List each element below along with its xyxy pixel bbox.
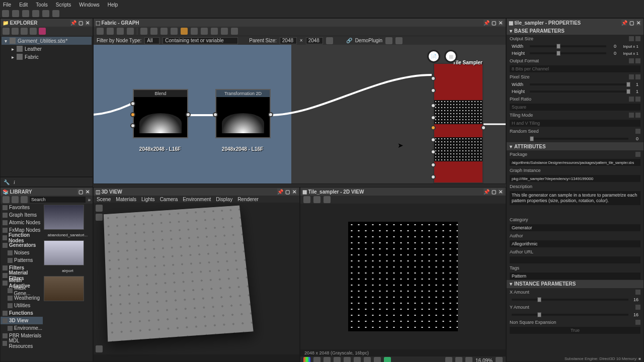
grid-icon[interactable]: ▦ [444, 50, 457, 63]
tree-root[interactable]: ▾ Garment_Utilities.sbs* [2, 37, 92, 45]
copy-icon[interactable] [313, 196, 320, 203]
redo-icon[interactable] [52, 10, 59, 17]
menu-windows[interactable]: Windows [79, 2, 100, 8]
lib-tree-item[interactable]: MDL Resources [1, 339, 43, 347]
tree-item-leather[interactable]: ▸ Leather [2, 45, 92, 53]
undo-icon[interactable] [42, 10, 49, 17]
snapshot-icon[interactable] [117, 28, 124, 35]
save-icon[interactable] [303, 196, 310, 203]
link-icon[interactable] [3, 28, 10, 35]
lib-tree-item[interactable]: Utilities [1, 302, 43, 309]
view-icon[interactable] [12, 196, 19, 203]
filter-type-combo[interactable]: All [144, 37, 159, 44]
tree-item-fabric[interactable]: ▸ Fabric [2, 53, 92, 61]
open-icon[interactable] [22, 10, 29, 17]
lib-tree-item[interactable]: Noises [1, 249, 43, 256]
input-port[interactable] [431, 162, 436, 167]
close-icon[interactable]: ✕ [635, 20, 641, 26]
author-url-value[interactable] [510, 256, 640, 263]
output-port[interactable] [186, 112, 191, 117]
move-icon[interactable] [107, 28, 114, 35]
palette-icon[interactable] [127, 28, 134, 35]
height-mode[interactable]: Input x 1 [619, 51, 638, 56]
seed-slider[interactable] [530, 138, 628, 140]
zoom-icon[interactable] [140, 28, 147, 35]
maximize-icon[interactable]: ▢ [491, 189, 497, 195]
input-port[interactable] [431, 76, 436, 81]
lib-tree-item[interactable]: Favorites [1, 204, 43, 211]
input-port[interactable] [130, 101, 135, 106]
reset-icon[interactable] [635, 36, 640, 41]
input-port[interactable] [431, 174, 436, 179]
doc-icon[interactable]: 📄 [427, 50, 440, 63]
expand-icon[interactable]: ▸ [11, 54, 15, 60]
width-slider[interactable] [530, 45, 606, 47]
reset-icon[interactable] [635, 305, 640, 310]
add-icon[interactable] [21, 28, 28, 35]
menu-camera[interactable]: Camera [160, 197, 178, 202]
menu-tools[interactable]: Tools [36, 2, 47, 8]
menu-scripts[interactable]: Scripts [56, 2, 71, 8]
menu-edit[interactable]: Edit [19, 2, 28, 8]
input-port[interactable] [213, 112, 218, 117]
tiling-combo[interactable]: H and V Tiling [510, 120, 640, 127]
view2d-canvas[interactable] [300, 204, 506, 349]
pixel-ratio-combo[interactable]: Square [510, 104, 640, 111]
pen-icon[interactable] [221, 28, 228, 35]
arrange-icon[interactable] [160, 28, 168, 35]
height-slider[interactable] [530, 52, 606, 54]
axis-icon[interactable] [96, 205, 103, 212]
input-port[interactable] [130, 123, 135, 128]
tree-icon[interactable] [30, 28, 37, 35]
menu-file[interactable]: File [3, 2, 11, 8]
reset-icon[interactable] [635, 113, 640, 118]
frame-icon[interactable] [231, 28, 238, 35]
input-port[interactable] [431, 88, 436, 93]
edit-icon[interactable] [21, 196, 28, 203]
menu-help[interactable]: Help [108, 2, 118, 8]
thumbnail[interactable] [44, 276, 84, 301]
close-icon[interactable]: ✕ [498, 20, 504, 26]
opt-icon[interactable] [629, 74, 634, 79]
pheight-slider[interactable] [530, 90, 628, 93]
graph-canvas[interactable]: Blend 2048x2048 - L16F Transformation 2D… [94, 45, 506, 184]
lib-tree-item[interactable]: Mask Gene... [1, 287, 43, 294]
ortho-icon[interactable] [96, 214, 103, 221]
reset-icon[interactable] [635, 129, 640, 134]
input-port[interactable] [130, 112, 135, 117]
input-port[interactable] [431, 103, 436, 108]
x-amount-slider[interactable] [512, 299, 628, 301]
lib-tree-item[interactable]: Functions [1, 309, 43, 317]
close-icon[interactable]: ✕ [498, 189, 504, 195]
color-icon[interactable] [39, 28, 46, 35]
close-icon[interactable]: ✕ [85, 189, 91, 195]
reset-icon[interactable] [635, 58, 640, 63]
home-icon[interactable] [2, 10, 9, 17]
menu-environment[interactable]: Environment [183, 197, 211, 202]
info-icon[interactable]: 🔧 [4, 179, 10, 185]
pin-icon[interactable]: 📌 [621, 20, 627, 26]
reset-icon[interactable] [635, 97, 640, 102]
maximize-icon[interactable]: ▢ [77, 189, 84, 195]
y-amount-slider[interactable] [512, 314, 628, 316]
reset-icon[interactable] [635, 290, 640, 295]
grid-icon[interactable] [171, 28, 178, 35]
link-icon[interactable] [201, 28, 208, 35]
section-base-params[interactable]: ▾BASE PARAMETERS [507, 27, 643, 35]
open-icon[interactable] [324, 196, 331, 203]
opt-icon[interactable] [629, 97, 634, 102]
search-input[interactable]: Search [30, 197, 86, 203]
maximize-icon[interactable]: ▢ [491, 20, 497, 26]
non-square-combo[interactable]: True [510, 327, 640, 334]
filter-text-combo[interactable]: Containing text or variable [163, 37, 238, 44]
section-instance-params[interactable]: ▾INSTANCE PARAMETERS [507, 280, 643, 288]
info-icon[interactable] [344, 357, 351, 362]
pin-icon[interactable]: 📌 [484, 189, 490, 195]
channel-icon[interactable] [313, 357, 320, 362]
break-icon[interactable] [211, 28, 218, 35]
filter-icon[interactable] [3, 196, 10, 203]
output-port[interactable] [268, 112, 273, 117]
parent-h-combo[interactable]: 2048 [306, 37, 323, 44]
menu-materials[interactable]: Materials [116, 197, 136, 202]
info-icon-i[interactable]: i [14, 179, 15, 185]
